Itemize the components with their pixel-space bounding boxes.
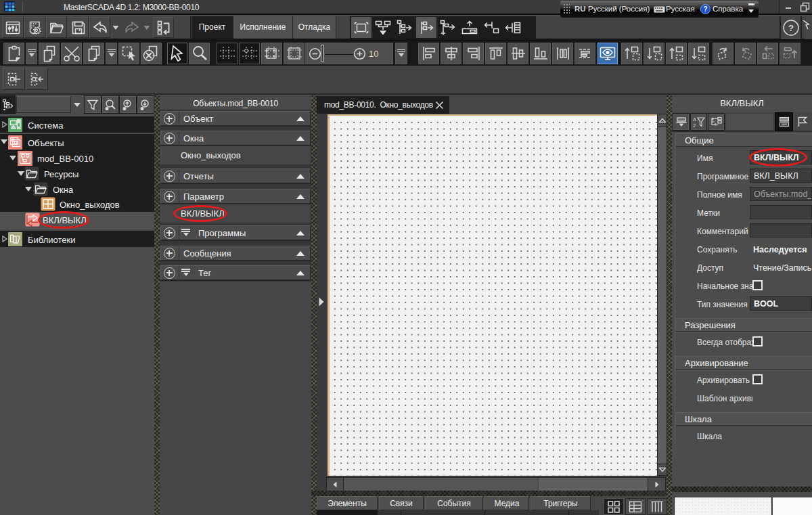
svg-text:A: A [693,116,696,122]
svg-text:2: 2 [693,122,696,128]
svg-text:?: ? [703,5,707,13]
svg-text:?: ? [788,23,794,33]
